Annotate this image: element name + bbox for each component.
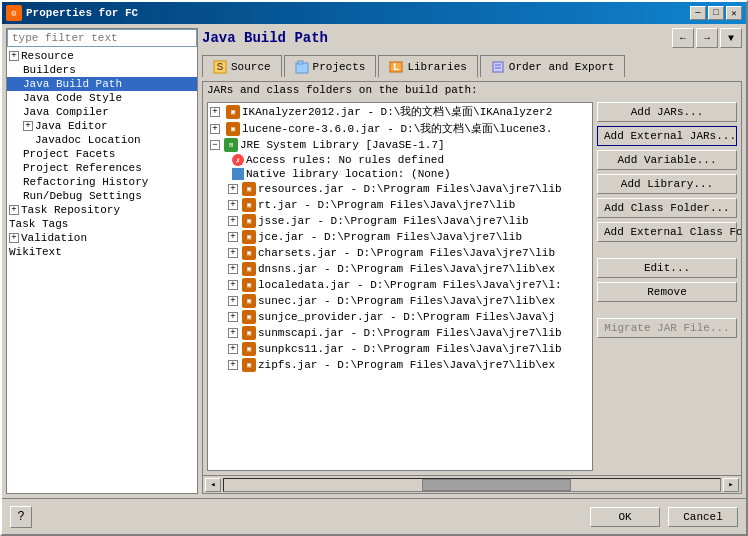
- tree-item-javadoc-location[interactable]: Javadoc Location: [7, 133, 197, 147]
- right-panel: Java Build Path ← → ▼ S Source: [198, 24, 746, 498]
- scroll-track[interactable]: [223, 478, 721, 492]
- migrate-jar-button[interactable]: Migrate JAR File...: [597, 318, 737, 338]
- file-item-rt[interactable]: + ▣ rt.jar - D:\Program Files\Java\jre7\…: [208, 197, 592, 213]
- expand-icon[interactable]: +: [228, 312, 238, 322]
- expand-icon[interactable]: +: [228, 248, 238, 258]
- expand-icon[interactable]: +: [228, 264, 238, 274]
- file-item-zipfs[interactable]: + ▣ zipfs.jar - D:\Program Files\Java\jr…: [208, 357, 592, 373]
- minimize-button[interactable]: ─: [690, 6, 706, 20]
- tree-item-wikitext[interactable]: WikiText: [7, 245, 197, 259]
- tab-source[interactable]: S Source: [202, 55, 282, 77]
- main-content-area: + Resource Builders Java Build Path Java…: [2, 24, 746, 498]
- scroll-thumb[interactable]: [422, 479, 571, 491]
- expand-icon[interactable]: +: [228, 360, 238, 370]
- file-item-ikanalyzer[interactable]: + ▣ IKAnalyzer2012.jar - D:\我的文档\桌面\IKAn…: [208, 103, 592, 120]
- file-item-resources[interactable]: + ▣ resources.jar - D:\Program Files\Jav…: [208, 181, 592, 197]
- expand-icon[interactable]: +: [228, 232, 238, 242]
- tree-item-project-facets[interactable]: Project Facets: [7, 147, 197, 161]
- expand-icon[interactable]: +: [23, 121, 33, 131]
- tree-item-task-tags[interactable]: Task Tags: [7, 217, 197, 231]
- file-item-label: sunjce_provider.jar - D:\Program Files\J…: [258, 311, 555, 323]
- file-item-localedata[interactable]: + ▣ localedata.jar - D:\Program Files\Ja…: [208, 277, 592, 293]
- file-item-label: charsets.jar - D:\Program Files\Java\jre…: [258, 247, 555, 259]
- expand-icon[interactable]: +: [9, 233, 19, 243]
- filter-input[interactable]: [7, 29, 197, 47]
- scroll-right-button[interactable]: ▸: [723, 478, 739, 492]
- jar-icon: ▣: [242, 246, 256, 260]
- tab-order-export[interactable]: Order and Export: [480, 55, 626, 77]
- file-item-label: sunpkcs11.jar - D:\Program Files\Java\jr…: [258, 343, 562, 355]
- tree-item-task-repository[interactable]: + Task Repository: [7, 203, 197, 217]
- expand-icon[interactable]: +: [9, 205, 19, 215]
- expand-icon[interactable]: +: [228, 280, 238, 290]
- left-panel: + Resource Builders Java Build Path Java…: [6, 28, 198, 494]
- expand-icon[interactable]: +: [228, 216, 238, 226]
- tree-item-label: Project References: [23, 162, 142, 174]
- ok-button[interactable]: OK: [590, 507, 660, 527]
- file-item-sunec[interactable]: + ▣ sunec.jar - D:\Program Files\Java\jr…: [208, 293, 592, 309]
- tree-item-refactoring-history[interactable]: Refactoring History: [7, 175, 197, 189]
- scroll-left-button[interactable]: ◂: [205, 478, 221, 492]
- file-item-charsets[interactable]: + ▣ charsets.jar - D:\Program Files\Java…: [208, 245, 592, 261]
- tree-item-java-build-path[interactable]: Java Build Path: [7, 77, 197, 91]
- add-jars-button[interactable]: Add JARs...: [597, 102, 737, 122]
- tree-item-java-editor[interactable]: + Java Editor: [7, 119, 197, 133]
- ok-cancel-buttons: OK Cancel: [590, 507, 738, 527]
- tree-item-label: Validation: [21, 232, 87, 244]
- file-item-label: jce.jar - D:\Program Files\Java\jre7\lib: [258, 231, 522, 243]
- cancel-button[interactable]: Cancel: [668, 507, 738, 527]
- rule-icon: ✗: [232, 154, 244, 166]
- nav-back-button[interactable]: ←: [672, 28, 694, 48]
- file-item-sunjce[interactable]: + ▣ sunjce_provider.jar - D:\Program Fil…: [208, 309, 592, 325]
- add-external-jars-button[interactable]: Add External JARs...: [597, 126, 737, 146]
- remove-button[interactable]: Remove: [597, 282, 737, 302]
- tree-item-java-compiler[interactable]: Java Compiler: [7, 105, 197, 119]
- add-variable-button[interactable]: Add Variable...: [597, 150, 737, 170]
- file-item-label: localedata.jar - D:\Program Files\Java\j…: [258, 279, 562, 291]
- libraries-tab-icon: L: [389, 60, 403, 74]
- tree-item-validation[interactable]: + Validation: [7, 231, 197, 245]
- file-item-native-location[interactable]: Native library location: (None): [208, 167, 592, 181]
- file-item-access-rules[interactable]: ✗ Access rules: No rules defined: [208, 153, 592, 167]
- file-item-lucene[interactable]: + ▣ lucene-core-3.6.0.jar - D:\我的文档\桌面\l…: [208, 120, 592, 137]
- nav-forward-button[interactable]: →: [696, 28, 718, 48]
- help-button[interactable]: ?: [10, 506, 32, 528]
- nav-dropdown-button[interactable]: ▼: [720, 28, 742, 48]
- native-icon: [232, 168, 244, 180]
- file-tree[interactable]: + ▣ IKAnalyzer2012.jar - D:\我的文档\桌面\IKAn…: [207, 102, 593, 471]
- close-button[interactable]: ✕: [726, 6, 742, 20]
- tab-libraries[interactable]: L Libraries: [378, 55, 477, 78]
- nav-bar: Java Build Path ← → ▼: [202, 28, 742, 48]
- file-item-jre-system[interactable]: − ⊞ JRE System Library [JavaSE-1.7]: [208, 137, 592, 153]
- tree-item-run-debug-settings[interactable]: Run/Debug Settings: [7, 189, 197, 203]
- tree-item-resource[interactable]: + Resource: [7, 49, 197, 63]
- file-item-sunpkcs11[interactable]: + ▣ sunpkcs11.jar - D:\Program Files\Jav…: [208, 341, 592, 357]
- add-class-folder-button[interactable]: Add Class Folder...: [597, 198, 737, 218]
- tree-item-builders[interactable]: Builders: [7, 63, 197, 77]
- main-inner: + ▣ IKAnalyzer2012.jar - D:\我的文档\桌面\IKAn…: [203, 98, 741, 475]
- tab-libraries-label: Libraries: [407, 61, 466, 73]
- file-item-sunmscapi[interactable]: + ▣ sunmscapi.jar - D:\Program Files\Jav…: [208, 325, 592, 341]
- add-external-class-folder-button[interactable]: Add External Class Folder...: [597, 222, 737, 242]
- expand-icon[interactable]: +: [9, 51, 19, 61]
- edit-button[interactable]: Edit...: [597, 258, 737, 278]
- expand-icon[interactable]: +: [228, 344, 238, 354]
- file-item-jsse[interactable]: + ▣ jsse.jar - D:\Program Files\Java\jre…: [208, 213, 592, 229]
- file-item-dnsns[interactable]: + ▣ dnsns.jar - D:\Program Files\Java\jr…: [208, 261, 592, 277]
- expand-icon[interactable]: +: [228, 296, 238, 306]
- collapse-icon[interactable]: −: [210, 140, 220, 150]
- maximize-button[interactable]: □: [708, 6, 724, 20]
- file-item-label: rt.jar - D:\Program Files\Java\jre7\lib: [258, 199, 515, 211]
- expand-icon[interactable]: +: [228, 328, 238, 338]
- tree-item-java-code-style[interactable]: Java Code Style: [7, 91, 197, 105]
- tree-item-project-references[interactable]: Project References: [7, 161, 197, 175]
- expand-icon[interactable]: +: [210, 124, 220, 134]
- file-item-label: Access rules: No rules defined: [246, 154, 444, 166]
- expand-icon[interactable]: +: [228, 200, 238, 210]
- file-item-jce[interactable]: + ▣ jce.jar - D:\Program Files\Java\jre7…: [208, 229, 592, 245]
- expand-icon[interactable]: +: [228, 184, 238, 194]
- add-library-button[interactable]: Add Library...: [597, 174, 737, 194]
- tree-item-label: Java Compiler: [23, 106, 109, 118]
- tab-projects[interactable]: Projects: [284, 55, 377, 77]
- expand-icon[interactable]: +: [210, 107, 220, 117]
